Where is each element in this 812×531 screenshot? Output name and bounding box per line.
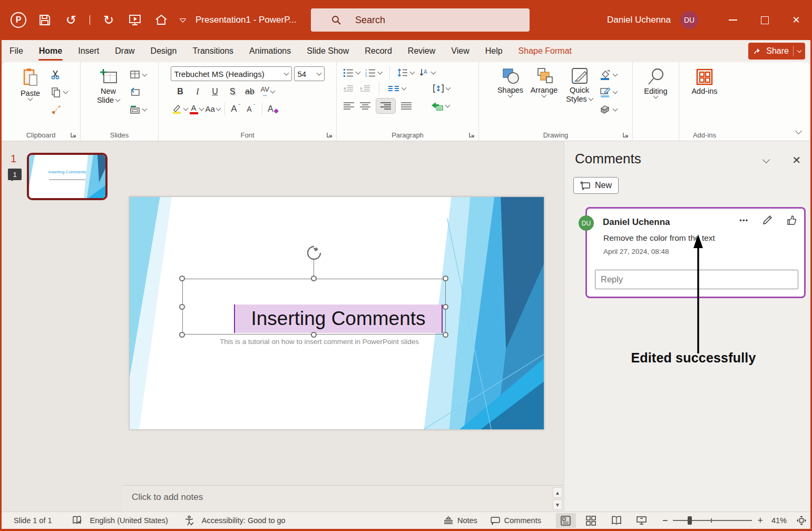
zoom-out-icon[interactable]: − — [662, 515, 668, 526]
columns-button[interactable] — [388, 82, 406, 95]
tab-help[interactable]: Help — [477, 40, 511, 62]
comments-toggle[interactable]: Comments — [490, 516, 541, 525]
resize-handle-bottom-center[interactable] — [311, 332, 317, 338]
editing-button[interactable]: Editing — [640, 66, 672, 127]
new-comment-button[interactable]: New — [573, 177, 619, 194]
arrange-button[interactable]: Arrange — [529, 66, 560, 127]
tab-slide-show[interactable]: Slide Show — [299, 40, 357, 62]
home-icon[interactable] — [153, 12, 169, 28]
comment-more-options-icon[interactable]: ••• — [739, 217, 748, 224]
section-button[interactable] — [130, 103, 146, 116]
cut-button[interactable] — [51, 68, 67, 81]
resize-handle-top-center[interactable] — [311, 276, 317, 281]
bold-button[interactable]: B — [174, 84, 187, 99]
tab-file[interactable]: File — [2, 40, 31, 62]
start-slideshow-icon[interactable] — [127, 12, 143, 28]
resize-handle-middle-left[interactable] — [179, 304, 185, 310]
tab-record[interactable]: Record — [357, 40, 400, 62]
font-dialog-launcher-icon[interactable] — [326, 132, 332, 138]
text-shadow-button[interactable]: S — [226, 84, 239, 99]
tab-shape-format[interactable]: Shape Format — [511, 40, 580, 62]
addins-button[interactable]: Add-ins — [689, 66, 720, 127]
line-spacing-button[interactable] — [397, 66, 414, 79]
resize-handle-bottom-right[interactable] — [443, 332, 448, 338]
powerpoint-logo-icon[interactable]: P — [11, 12, 26, 28]
change-case-button[interactable]: Aa — [206, 102, 220, 116]
tab-transitions[interactable]: Transitions — [184, 40, 241, 62]
slide-thumbnail[interactable]: Inserting Comments — [27, 153, 107, 200]
slide-sorter-view-button[interactable] — [581, 513, 601, 528]
decrease-indent-icon[interactable] — [343, 85, 354, 92]
undo-icon[interactable]: ↺ — [63, 12, 79, 28]
drawing-dialog-launcher-icon[interactable] — [622, 132, 629, 138]
quick-styles-button[interactable]: Quick Styles — [562, 66, 597, 127]
slide-subtitle[interactable]: This is a tutorial on how to insert comm… — [172, 338, 467, 346]
resize-handle-top-left[interactable] — [179, 276, 185, 281]
normal-view-button[interactable] — [556, 513, 576, 528]
bullets-button[interactable] — [343, 66, 360, 79]
notes-toggle[interactable]: Notes — [443, 516, 477, 525]
tab-view[interactable]: View — [443, 40, 477, 62]
notes-scrollbar[interactable]: ▲ ▼ — [552, 487, 563, 510]
align-text-button[interactable] — [433, 82, 450, 95]
shapes-button[interactable]: Shapes — [495, 66, 526, 127]
tab-draw[interactable]: Draw — [107, 40, 142, 62]
undo-dropdown-icon[interactable] — [90, 15, 90, 25]
close-panel-icon[interactable]: ✕ — [792, 154, 801, 166]
slide-canvas[interactable]: Inserting Comments This is a tutorial on… — [129, 196, 544, 430]
user-avatar[interactable]: DU — [680, 11, 698, 29]
scroll-up-icon[interactable]: ▲ — [553, 487, 562, 498]
character-spacing-button[interactable]: AV↔ — [261, 84, 275, 99]
share-button[interactable]: Share — [748, 43, 805, 60]
redo-icon[interactable]: ↻ — [101, 12, 116, 28]
tab-home[interactable]: Home — [31, 40, 70, 62]
zoom-slider[interactable] — [673, 520, 752, 521]
italic-button[interactable]: I — [191, 84, 204, 99]
reset-button[interactable] — [130, 86, 146, 99]
strikethrough-button[interactable]: ab — [243, 84, 257, 99]
tab-insert[interactable]: Insert — [70, 40, 107, 62]
rotate-handle-icon[interactable] — [306, 244, 322, 261]
copy-button[interactable] — [51, 86, 67, 99]
align-center-icon[interactable] — [359, 102, 371, 110]
language-indicator[interactable]: English (United States) — [90, 516, 168, 525]
decrease-font-size-button[interactable]: Aˇ — [244, 102, 258, 116]
slide-indicator[interactable]: Slide 1 of 1 — [14, 516, 52, 525]
slideshow-view-button[interactable] — [632, 513, 652, 528]
zoom-slider-thumb[interactable] — [688, 516, 692, 525]
increase-font-size-button[interactable]: Aˆ — [229, 102, 242, 116]
align-left-icon[interactable] — [343, 102, 355, 110]
notes-pane[interactable]: Click to add notes ▲ ▼ — [122, 485, 564, 512]
collapse-panel-icon[interactable] — [762, 155, 770, 163]
collapse-ribbon-icon[interactable] — [795, 127, 802, 134]
resize-handle-bottom-left[interactable] — [179, 332, 185, 338]
search-input[interactable]: Search — [311, 8, 530, 32]
paragraph-dialog-launcher-icon[interactable] — [468, 132, 475, 138]
text-highlight-button[interactable] — [172, 102, 188, 116]
font-size-combobox[interactable]: 54 — [294, 66, 325, 81]
shape-outline-button[interactable] — [599, 86, 617, 99]
increase-indent-icon[interactable] — [360, 85, 370, 92]
zoom-level[interactable]: 41% — [771, 516, 787, 525]
format-painter-button[interactable] — [51, 103, 67, 116]
comment-edit-icon[interactable] — [762, 215, 772, 225]
slide-title[interactable]: Inserting Comments — [234, 304, 443, 333]
notes-placeholder[interactable]: Click to add notes — [132, 492, 203, 503]
shape-fill-button[interactable] — [599, 68, 617, 81]
clear-formatting-button[interactable]: A◆ — [267, 102, 280, 116]
resize-handle-top-right[interactable] — [443, 276, 448, 281]
fit-to-window-icon[interactable] — [796, 515, 807, 526]
tab-review[interactable]: Review — [400, 40, 443, 62]
reading-view-button[interactable] — [606, 513, 627, 528]
numbering-button[interactable]: 123 — [365, 66, 382, 79]
align-right-button[interactable] — [376, 98, 396, 114]
comment-count-badge[interactable]: 1 — [8, 169, 22, 180]
font-name-combobox[interactable]: Trebuchet MS (Headings) — [171, 66, 292, 81]
tab-animations[interactable]: Animations — [241, 40, 299, 62]
customize-toolbar-icon[interactable] — [180, 18, 186, 22]
accessibility-status[interactable]: Accessibility: Good to go — [202, 516, 286, 525]
shape-effects-button[interactable] — [599, 103, 617, 116]
tab-design[interactable]: Design — [143, 40, 185, 62]
scroll-down-icon[interactable]: ▼ — [553, 499, 562, 510]
justify-icon[interactable] — [400, 102, 412, 110]
